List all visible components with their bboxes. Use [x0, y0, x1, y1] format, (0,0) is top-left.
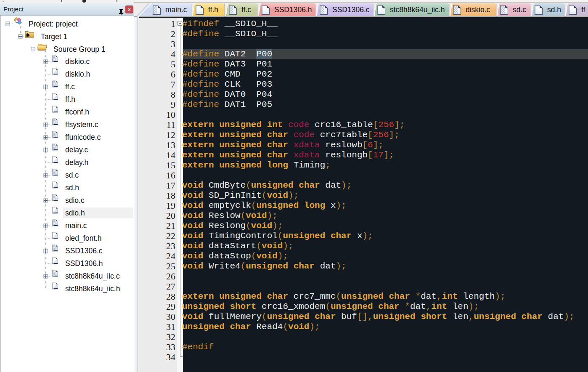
svg-text:oled_font.h: oled_font.h	[65, 234, 102, 243]
svg-text:sdio.c: sdio.c	[65, 196, 85, 205]
svg-text:diskio.h: diskio.h	[65, 70, 90, 78]
svg-text:SSD1306.c: SSD1306.c	[332, 5, 370, 14]
svg-text:diskio.c: diskio.c	[466, 5, 490, 14]
svg-text:ffsystem.c: ffsystem.c	[65, 120, 98, 129]
svg-text:sd.h: sd.h	[547, 5, 561, 14]
svg-text:ff: ff	[581, 5, 585, 14]
svg-text:SSD1306.h: SSD1306.h	[65, 259, 103, 268]
svg-text:stc8h8k64u_iic.h: stc8h8k64u_iic.h	[390, 5, 445, 14]
svg-text:ff.c: ff.c	[65, 82, 75, 91]
svg-text:SSD1306.h: SSD1306.h	[274, 5, 312, 14]
svg-text:ff.c: ff.c	[241, 5, 251, 14]
svg-text:delay.h: delay.h	[65, 158, 88, 167]
svg-text:delay.c: delay.c	[65, 146, 88, 154]
svg-text:Source Group 1: Source Group 1	[53, 45, 106, 53]
svg-text:sd.c: sd.c	[65, 171, 79, 179]
svg-text:main.c: main.c	[65, 221, 87, 230]
svg-text:sd.h: sd.h	[65, 183, 79, 192]
svg-text:SSD1306.c: SSD1306.c	[65, 247, 103, 255]
svg-text:stc8h8k64u_iic.c: stc8h8k64u_iic.c	[65, 272, 120, 281]
svg-text:Project: project: Project: project	[29, 20, 78, 28]
svg-text:sdio.h: sdio.h	[65, 209, 85, 217]
svg-text:ff.h: ff.h	[208, 5, 218, 14]
svg-text:Target 1: Target 1	[41, 32, 67, 41]
svg-text:main.c: main.c	[165, 5, 187, 14]
svg-text:diskio.c: diskio.c	[65, 57, 90, 66]
svg-text:ffunicode.c: ffunicode.c	[65, 133, 101, 141]
svg-text:ffconf.h: ffconf.h	[65, 108, 89, 116]
svg-text:sd.c: sd.c	[513, 5, 526, 14]
svg-text:stc8h8k64u_iic.h: stc8h8k64u_iic.h	[65, 284, 120, 293]
svg-text:ff.h: ff.h	[65, 95, 75, 104]
